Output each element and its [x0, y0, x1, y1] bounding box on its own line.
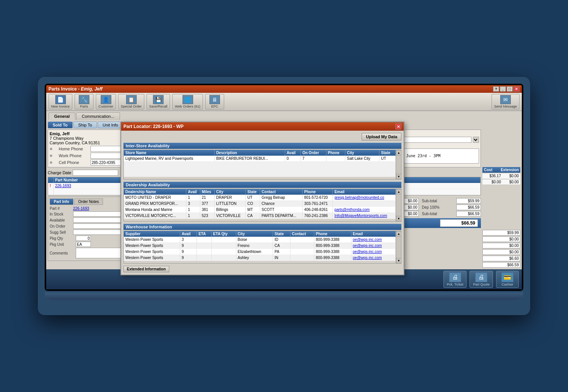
- wh-contact2: [290, 243, 314, 249]
- wh-col-phone: Phone: [314, 231, 351, 237]
- table-row: Montana Honda and Marine 1 381 Billings …: [124, 207, 396, 213]
- dialog-overlay: Part Locator: 226-1693 - WP ✕ Upload My …: [46, 85, 522, 289]
- da-scroll-up[interactable]: ▲: [396, 189, 401, 194]
- da-contact2: Chance: [260, 201, 303, 207]
- da-avail: 1: [186, 195, 200, 201]
- dialog-body: Upload My Data Inter-Store Availability: [121, 131, 404, 275]
- da-scroll-down[interactable]: ▼: [396, 216, 401, 221]
- upload-my-data-button[interactable]: Upload My Data: [362, 133, 401, 141]
- da-scroll-track: [396, 194, 401, 216]
- table-row: VICTORVILLE MOTORCYC... 1 523 VICTORVILL…: [124, 213, 396, 219]
- da-miles2: 377: [200, 201, 214, 207]
- da-col-email: Email: [333, 189, 396, 195]
- wh-state2: CA: [273, 243, 290, 249]
- inter-store-scrollbar[interactable]: ▲ ▼: [396, 150, 401, 179]
- wh-city2: Fresno: [236, 243, 273, 249]
- wh-sup4: Western Power Sports: [124, 255, 180, 261]
- da-email3: parts@mthonda.com: [333, 207, 396, 213]
- wh-scroll-down[interactable]: ▼: [396, 258, 401, 263]
- wh-col-contact: Contact: [290, 231, 314, 237]
- table-row: Western Power Sports 3 Boise ID: [124, 237, 396, 243]
- warehouse-scrollbar[interactable]: ▲ ▼: [396, 231, 401, 263]
- is-col-onorder: On Order: [301, 150, 326, 156]
- wh-avail4: 9: [180, 255, 197, 261]
- app-window: Parts Invoice - Emig, Jeff ? _ □ ✕ 📄 New…: [46, 85, 522, 289]
- is-desc: BIKE CARBURETOR REBUI...: [214, 156, 285, 162]
- screen-inner: Parts Invoice - Emig, Jeff ? _ □ ✕ 📄 New…: [46, 85, 522, 289]
- wh-contact3: [290, 249, 314, 255]
- scroll-up-btn[interactable]: ▲: [396, 150, 401, 155]
- dealership-title: Dealership Availability: [123, 182, 401, 188]
- wh-avail2: 9: [180, 243, 197, 249]
- is-state: UT: [379, 156, 396, 162]
- dialog-ext-info-button[interactable]: Extended Information: [123, 266, 169, 272]
- wh-etaqty3: [211, 249, 236, 255]
- wh-state1: ID: [273, 237, 290, 243]
- da-phone3: 406-248-8261: [303, 207, 333, 213]
- wh-etaqty4: [211, 255, 236, 261]
- da-email2: [333, 201, 396, 207]
- table-row: GRAND PRIX MOTORSPOR... 3 377 LITTLETON …: [124, 201, 396, 207]
- wh-sup1: Western Power Sports: [124, 237, 180, 243]
- laptop-screen: Parts Invoice - Emig, Jeff ? _ □ ✕ 📄 New…: [45, 84, 523, 291]
- table-row: Western Power Sports 9 Fresno CA: [124, 243, 396, 249]
- wh-phone4: 800-999-3388: [314, 255, 351, 261]
- wh-email2: oe@wps-inc.com: [351, 243, 395, 249]
- wh-sup3: Western Power Sports: [124, 249, 180, 255]
- inter-store-title: Inter-Store Availability: [123, 143, 401, 149]
- scroll-down-btn[interactable]: ▼: [396, 174, 401, 179]
- da-col-phone: Phone: [303, 189, 333, 195]
- da-col-contact: Contact: [260, 189, 303, 195]
- da-city2: LITTLETON: [214, 201, 245, 207]
- da-state: UT: [246, 195, 260, 201]
- wh-email4: oe@wps-inc.com: [351, 255, 395, 261]
- is-col-state: State: [379, 150, 396, 156]
- wh-col-city: City: [236, 231, 273, 237]
- da-state4: CA: [246, 213, 260, 219]
- inter-store-table-wrapper: Store Name Description Avail On Order Ph…: [123, 150, 401, 180]
- wh-col-etaqty: ETA Qty: [211, 231, 236, 237]
- wh-col-state: State: [273, 231, 290, 237]
- is-store-name: Lightspeed Marine, RV and Powersports: [124, 156, 214, 162]
- table-row: Western Power Sports 9 Ashley IN: [124, 255, 396, 261]
- upload-btn-container: Upload My Data: [123, 133, 401, 141]
- wh-avail3: 9: [180, 249, 197, 255]
- wh-etaqty2: [211, 243, 236, 249]
- da-miles3: 381: [200, 207, 214, 213]
- da-contact: Gregg Belnap: [260, 195, 303, 201]
- is-col-desc: Description: [214, 150, 285, 156]
- dealership-table: Dealership Name Avail Miles City State C…: [124, 189, 396, 219]
- scroll-track: [396, 155, 401, 174]
- da-col-avail: Avail: [186, 189, 200, 195]
- dialog-close-button[interactable]: ✕: [395, 123, 401, 130]
- da-col-state: State: [246, 189, 260, 195]
- is-col-city: City: [345, 150, 379, 156]
- dealership-scrollbar[interactable]: ▲ ▼: [396, 189, 401, 221]
- wh-col-avail: Avail: [180, 231, 197, 237]
- wh-col-eta: ETA: [197, 231, 212, 237]
- da-contact4: PARTS DEPARTM...: [260, 213, 303, 219]
- wh-col-supplier: Supplier: [124, 231, 180, 237]
- wh-contact1: [290, 237, 314, 243]
- warehouse-table-area: Supplier Avail ETA ETA Qty City State Co…: [124, 231, 396, 263]
- da-col-miles: Miles: [200, 189, 214, 195]
- is-col-store: Store Name: [124, 150, 214, 156]
- is-city: Salt Lake City: [345, 156, 379, 162]
- da-avail3: 1: [186, 207, 200, 213]
- laptop-base: [45, 292, 523, 300]
- da-city: DRAPER: [214, 195, 245, 201]
- wh-state3: PA: [273, 249, 290, 255]
- is-onorder: 7: [301, 156, 326, 162]
- da-email4: Info@MojaveMontorsports.com: [333, 213, 396, 219]
- da-phone4: 760-241-2386: [303, 213, 333, 219]
- inter-store-table-area: Store Name Description Avail On Order Ph…: [124, 150, 396, 179]
- wh-eta2: [197, 243, 212, 249]
- da-avail2: 3: [186, 201, 200, 207]
- wh-city3: Elizabethtown: [236, 249, 273, 255]
- wh-scroll-up[interactable]: ▲: [396, 231, 401, 236]
- da-name2: GRAND PRIX MOTORSPOR...: [124, 201, 186, 207]
- dealership-table-area: Dealership Name Avail Miles City State C…: [124, 189, 396, 221]
- da-email: gregg.belnap@motounited.co: [333, 195, 396, 201]
- wh-sup2: Western Power Sports: [124, 243, 180, 249]
- da-col-city: City: [214, 189, 245, 195]
